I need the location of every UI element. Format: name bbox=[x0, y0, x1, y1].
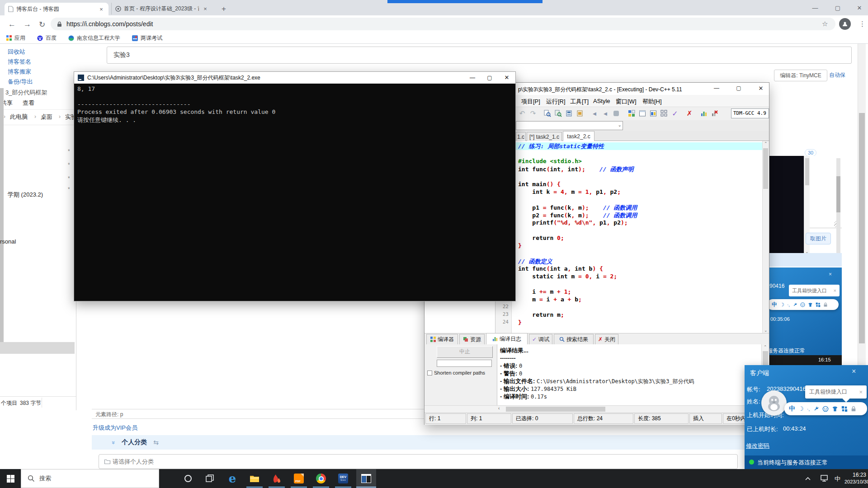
undo-icon[interactable]: ↶ bbox=[517, 108, 527, 118]
pin-icon[interactable]: * bbox=[68, 148, 70, 155]
taskbar-red-app[interactable] bbox=[268, 469, 286, 488]
file-tab-task2-2[interactable]: task2_2.c bbox=[563, 131, 594, 141]
menu-window[interactable]: 窗口[W] bbox=[616, 98, 637, 106]
abort-compile-icon[interactable]: ✗ bbox=[684, 108, 694, 118]
menu-run[interactable]: 运行[R] bbox=[546, 98, 566, 106]
editor-scrollbar-thumb[interactable] bbox=[763, 148, 768, 189]
breadcrumb-this-pc[interactable]: 此电脑 bbox=[10, 113, 28, 121]
toolbox-grid-icon[interactable] bbox=[841, 406, 848, 412]
pin-icon[interactable]: * bbox=[68, 162, 70, 168]
console-minimize-button[interactable]: — bbox=[464, 72, 481, 83]
pin-icon[interactable]: * bbox=[68, 175, 70, 182]
taskbar-console-active[interactable] bbox=[356, 469, 376, 488]
explorer-ribbon-view[interactable]: 查看 bbox=[23, 99, 34, 107]
bookmark-apps[interactable]: 应用 bbox=[6, 34, 25, 42]
taskbar-file-explorer[interactable] bbox=[245, 469, 264, 488]
sidebar-item-migrate[interactable]: 博客搬家 bbox=[8, 68, 31, 76]
bookmark-star-icon[interactable]: ☆ bbox=[822, 20, 828, 28]
bookmark-nuist[interactable]: 南京信息工程大学 bbox=[68, 34, 120, 42]
shirt-icon[interactable] bbox=[832, 406, 838, 412]
scroll-left-icon[interactable]: ‹ bbox=[498, 406, 500, 411]
reload-button[interactable]: ↻ bbox=[39, 20, 45, 29]
punctuation-icon[interactable]: ·, bbox=[807, 406, 810, 412]
tab-blog-admin[interactable]: 博客后台 - 博客园 × bbox=[5, 3, 108, 15]
taskbar-foxit[interactable]: PDF bbox=[290, 469, 308, 488]
start-button[interactable] bbox=[0, 469, 21, 488]
back-nav-icon[interactable]: ◄ bbox=[590, 108, 599, 118]
compile-run-icon[interactable] bbox=[648, 108, 658, 118]
goto-line-icon[interactable] bbox=[564, 108, 574, 118]
window-maximize-button[interactable]: ▢ bbox=[831, 4, 844, 13]
file-tab-task2-1[interactable]: [*] task2_1.c bbox=[527, 132, 562, 141]
network-tray-icon[interactable] bbox=[817, 469, 832, 488]
redo-icon[interactable]: ↷ bbox=[528, 108, 538, 118]
devcpp-maximize-button[interactable]: ▢ bbox=[732, 85, 745, 93]
syntax-check-icon[interactable]: ✓ bbox=[670, 108, 680, 118]
autosave-link[interactable]: 自动保 bbox=[829, 71, 845, 79]
tab-close-icon[interactable]: × bbox=[202, 5, 209, 12]
compiler-select[interactable]: TDM-GCC 4.9 bbox=[731, 108, 769, 118]
pin-icon[interactable]: * bbox=[68, 186, 70, 192]
log-tab-debug[interactable]: ✓ 调试 bbox=[529, 334, 552, 344]
editor-scrollbar[interactable]: ⌃ ⌄ bbox=[762, 141, 769, 333]
category-select-input[interactable] bbox=[99, 454, 738, 469]
log-output-area[interactable]: 编译结果...--------- 错误: 0- 警告: 0- 输出文件名: C:… bbox=[497, 344, 761, 405]
compile-icon[interactable] bbox=[627, 108, 637, 118]
new-tab-button[interactable]: + bbox=[219, 4, 229, 14]
tray-ime-indicator[interactable]: 中 bbox=[835, 475, 840, 483]
console-titlebar[interactable]: C:\Users\Administrator\Desktop\实验3\实验3_部… bbox=[74, 72, 515, 84]
toolbox-tooltip[interactable]: 工具箱快捷入口 × bbox=[805, 385, 867, 399]
swap-icon[interactable]: ⇆ bbox=[153, 439, 159, 446]
profile-avatar[interactable] bbox=[839, 18, 851, 30]
devcpp-minimize-button[interactable]: — bbox=[710, 85, 723, 93]
back-button[interactable]: ← bbox=[8, 20, 16, 29]
replace-icon[interactable] bbox=[553, 108, 563, 118]
bookmark-exam[interactable]: 两课考试 bbox=[132, 34, 162, 42]
tray-expand-button[interactable] bbox=[801, 469, 815, 488]
class-browser-combo[interactable]: ⌄ bbox=[516, 121, 623, 130]
menu-astyle[interactable]: AStyle bbox=[593, 98, 610, 104]
forward-nav-icon[interactable]: ◄ bbox=[600, 108, 610, 118]
explorer-selected-row[interactable] bbox=[0, 342, 75, 354]
file-tab-1[interactable]: 1.c bbox=[516, 132, 526, 141]
ime-toolbar[interactable]: 中 ☽ ·, bbox=[784, 402, 867, 415]
shorten-paths-checkbox[interactable] bbox=[427, 371, 432, 375]
window-minimize-button[interactable]: — bbox=[808, 4, 822, 13]
tab-close-icon[interactable]: × bbox=[98, 6, 105, 13]
qq-avatar[interactable] bbox=[761, 390, 787, 416]
menu-tools[interactable]: 工具[T] bbox=[570, 98, 589, 106]
sidebar-item-backup[interactable]: 备份/导出 bbox=[8, 78, 33, 86]
console-close-button[interactable]: ✕ bbox=[498, 72, 515, 83]
abort-button[interactable]: 中止 bbox=[437, 346, 493, 358]
forward-button[interactable]: → bbox=[24, 20, 31, 29]
sidebar-item-recycle[interactable]: 回收站 bbox=[8, 48, 25, 56]
explorer-tree-item-term[interactable]: 学期 (2023.2) bbox=[8, 191, 43, 199]
bookmark-baidu[interactable]: 百度 bbox=[37, 34, 57, 42]
window-close-button[interactable]: ✕ bbox=[853, 4, 866, 13]
change-password-link[interactable]: 修改密码 bbox=[746, 442, 769, 450]
find-icon[interactable] bbox=[542, 108, 552, 118]
devcpp-close-button[interactable]: ✕ bbox=[755, 85, 767, 93]
close-icon[interactable]: × bbox=[852, 367, 856, 375]
explorer-tree-item-personal[interactable]: rsonal bbox=[0, 238, 16, 245]
smiley-icon[interactable] bbox=[822, 406, 829, 412]
profile-icon[interactable] bbox=[699, 108, 709, 118]
tab-course-site[interactable]: 首页 - 程序设计基础_2023级 - 首 × bbox=[111, 3, 212, 14]
run-window-icon[interactable] bbox=[637, 108, 647, 118]
vip-upgrade-link[interactable]: 升级成为VIP会员 bbox=[93, 424, 137, 432]
lock-icon[interactable] bbox=[851, 406, 856, 412]
log-tab-search-results[interactable]: 搜索结果 bbox=[554, 334, 594, 344]
delete-profile-icon[interactable] bbox=[710, 108, 720, 118]
log-tab-close[interactable]: ✗ 关闭 bbox=[595, 334, 618, 344]
stop-icon[interactable] bbox=[611, 108, 621, 118]
sidebar-item-signature[interactable]: 博客签名 bbox=[8, 58, 31, 66]
chevron-expand-icon[interactable]: » bbox=[110, 441, 117, 444]
taskbar-devcpp[interactable]: DEV C++ bbox=[334, 469, 352, 488]
page-scrollbar-thumb[interactable] bbox=[859, 113, 865, 343]
bookmark-toggle-icon[interactable] bbox=[575, 108, 585, 118]
log-tab-resources[interactable]: 资源 bbox=[459, 334, 485, 344]
menu-dots-icon[interactable]: ⋮ bbox=[859, 20, 866, 28]
log-hscrollbar[interactable]: ‹ bbox=[425, 405, 769, 413]
chevron-down-icon[interactable]: ⌄ bbox=[618, 122, 622, 127]
scroll-up-icon[interactable]: ⌃ bbox=[764, 345, 767, 349]
